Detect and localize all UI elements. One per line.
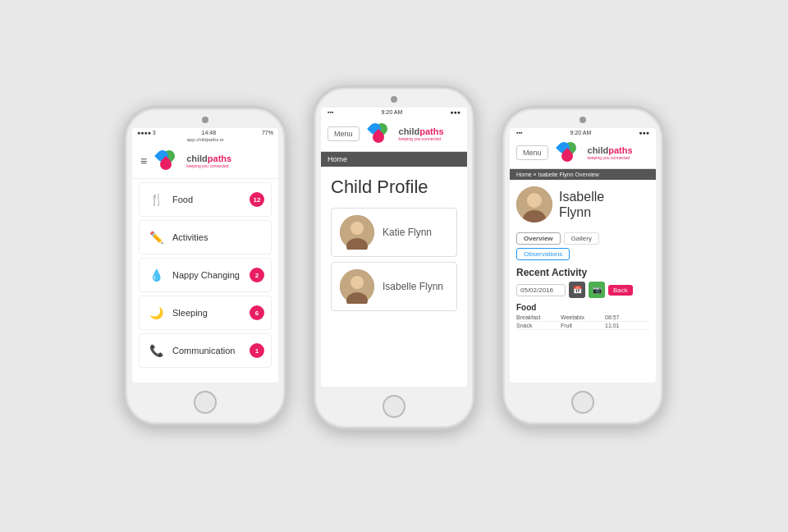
status-bar-3: ▪▪▪ 9:20 AM ●●● [510, 128, 656, 137]
phone-bottom-3 [571, 383, 594, 424]
isabelle-profile-avatar [516, 186, 552, 222]
status-bar-2: ▪▪▪ 9:20 AM ●●● [321, 108, 467, 117]
time-3: 9:20 AM [570, 130, 592, 135]
child-item-isabelle[interactable]: Isabelle Flynn [331, 262, 457, 311]
battery-1: 77% [262, 130, 273, 135]
logo-icon-3 [555, 140, 584, 165]
brand-name-3: childpaths [588, 145, 633, 155]
profile-section: Isabelle Flynn [510, 180, 656, 229]
camera-1 [202, 117, 208, 123]
screen-1: ●●●● 3 14:48 77% app.childpaths.ie ≡ chi [132, 128, 278, 383]
date-input[interactable] [516, 284, 566, 296]
app-header-2: Menu childpaths keeping you connected [321, 117, 467, 152]
katie-avatar [340, 215, 374, 250]
food-icon: 🍴 [146, 190, 166, 209]
isabelle-name: Isabelle Flynn [383, 281, 443, 292]
app-header-1: ≡ childpaths keeping you connected [132, 144, 278, 179]
phone-bottom-2 [383, 387, 405, 428]
sleeping-badge: 6 [250, 305, 264, 320]
svg-point-7 [527, 193, 542, 208]
activities-icon: ✏️ [146, 227, 166, 247]
battery-3: ●●● [639, 130, 649, 135]
camera-3 [580, 117, 586, 123]
logo-icon-1 [153, 149, 183, 173]
home-button-3[interactable] [571, 391, 594, 414]
camera-2 [391, 96, 397, 103]
svg-point-1 [350, 222, 364, 235]
nav-bar-2: Home [321, 152, 467, 167]
menu-item-nappy[interactable]: 💧 Nappy Changing 2 [139, 258, 272, 292]
tagline-1: keeping you connected [186, 163, 231, 168]
phones-container: ●●●● 3 14:48 77% app.childpaths.ie ≡ chi [107, 85, 681, 447]
home-button-2[interactable] [383, 395, 405, 418]
tagline-2: keeping you connected [399, 136, 444, 141]
battery-2: ●●● [450, 109, 460, 115]
menu-item-sleeping[interactable]: 🌙 Sleeping 6 [139, 296, 272, 330]
food-section-title: Food [516, 303, 649, 312]
food-row-1: Snack Fruit 11:01 [516, 322, 649, 330]
logo-3: childpaths keeping you connected [555, 140, 633, 165]
child-item-katie[interactable]: Katie Flynn [331, 208, 457, 257]
activities-label: Activities [172, 232, 264, 242]
food-row-0: Breakfast Weetabix 08:57 [516, 314, 649, 322]
menu-item-activities[interactable]: ✏️ Activities [139, 220, 272, 255]
home-button-1[interactable] [194, 391, 217, 414]
tagline-3: keeping you connected [588, 155, 633, 160]
menu-button-3[interactable]: Menu [516, 145, 548, 160]
tab-overview[interactable]: Overview [516, 232, 561, 245]
nappy-label: Nappy Changing [172, 270, 250, 280]
logo-text-3: childpaths keeping you connected [588, 145, 633, 160]
brand-name-2: childpaths [399, 126, 444, 136]
menu-button-2[interactable]: Menu [328, 126, 360, 141]
menu-item-food[interactable]: 🍴 Food 12 [139, 182, 272, 217]
communication-badge: 1 [250, 343, 264, 358]
status-bar-1: ●●●● 3 14:48 77% [132, 128, 278, 137]
phone-2: ▪▪▪ 9:20 AM ●●● Menu childpaths keeping … [312, 85, 476, 430]
tabs-row: Overview Gallery Observations [510, 229, 656, 264]
profile-name: Isabelle Flynn [559, 189, 604, 220]
screen-2: ▪▪▪ 9:20 AM ●●● Menu childpaths keeping … [321, 108, 467, 387]
tab-gallery[interactable]: Gallery [564, 232, 599, 245]
food-label: Food [172, 195, 250, 204]
hamburger-icon[interactable]: ≡ [140, 154, 147, 167]
signal-2: ▪▪▪ [328, 109, 333, 115]
time-1: 14:48 [202, 130, 217, 135]
child-list: Katie Flynn Isabelle Flynn [321, 204, 467, 387]
logo-icon-2 [366, 122, 396, 146]
logo-1: childpaths keeping you connected [153, 149, 231, 173]
breadcrumb: Home » Isabelle Flynn Overview [510, 169, 656, 180]
nappy-badge: 2 [250, 268, 264, 282]
phone-top-3 [503, 108, 662, 128]
child-profile-title: Child Profile [321, 167, 467, 204]
phone-3: ▪▪▪ 9:20 AM ●●● Menu childpaths keeping … [501, 106, 665, 426]
recent-title: Recent Activity [516, 267, 649, 278]
screen-3: ▪▪▪ 9:20 AM ●●● Menu childpaths keeping … [510, 128, 656, 383]
camera-button[interactable]: 📷 [589, 282, 605, 298]
signal-1: ●●●● 3 [137, 130, 156, 135]
tab-observations[interactable]: Observations [516, 248, 570, 260]
back-button[interactable]: Back [608, 285, 633, 296]
time-2: 9:20 AM [382, 109, 403, 115]
brand-name-1: childpaths [186, 154, 231, 163]
calendar-button[interactable]: 📅 [569, 282, 585, 298]
app-header-3: Menu childpaths keeping you connected [510, 137, 656, 169]
communication-icon: 📞 [146, 341, 166, 360]
phone-bottom-1 [194, 383, 217, 424]
logo-text-1: childpaths keeping you connected [186, 154, 231, 168]
phone-top-2 [314, 88, 474, 108]
phone-1: ●●●● 3 14:48 77% app.childpaths.ie ≡ chi [123, 106, 287, 426]
signal-3: ▪▪▪ [516, 130, 522, 135]
menu-item-communication[interactable]: 📞 Communication 1 [139, 333, 272, 368]
sleeping-label: Sleeping [172, 308, 250, 318]
isabelle-avatar [340, 269, 374, 304]
sleeping-icon: 🌙 [146, 303, 166, 323]
menu-list: 🍴 Food 12 ✏️ Activities 💧 Nappy Changing… [132, 179, 278, 383]
url-bar-1: app.childpaths.ie [132, 137, 278, 144]
nappy-icon: 💧 [146, 265, 166, 285]
recent-activity-section: Recent Activity 📅 📷 Back Food Breakfast … [510, 264, 656, 383]
svg-point-4 [350, 276, 364, 289]
communication-label: Communication [172, 346, 250, 355]
date-row: 📅 📷 Back [516, 282, 649, 298]
phone-top-1 [126, 108, 285, 128]
food-badge: 12 [250, 192, 264, 207]
